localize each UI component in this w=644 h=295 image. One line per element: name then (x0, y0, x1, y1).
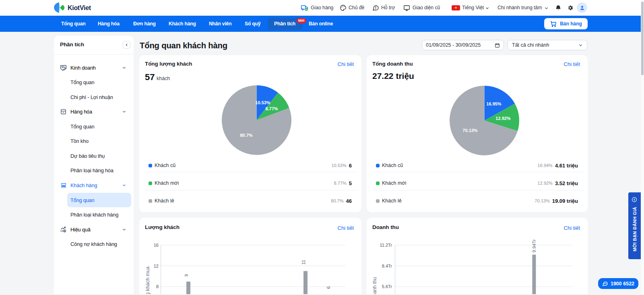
svg-text:9.94Tr: 9.94Tr (532, 239, 537, 252)
svg-text:5.6Tr: 5.6Tr (382, 284, 392, 289)
svg-text:9: 9 (184, 274, 189, 276)
svg-text:Lượng khách mua: Lượng khách mua (145, 266, 151, 295)
svg-text:8.4Tr: 8.4Tr (382, 264, 392, 268)
svg-text:11.2Tr: 11.2Tr (380, 243, 392, 248)
svg-text:8: 8 (156, 284, 159, 289)
svg-text:Doanh thu: Doanh thu (372, 277, 378, 295)
svg-text:11: 11 (301, 260, 306, 265)
svg-text:6: 6 (326, 286, 331, 289)
svg-text:12: 12 (154, 264, 159, 268)
svg-text:16: 16 (154, 243, 159, 248)
